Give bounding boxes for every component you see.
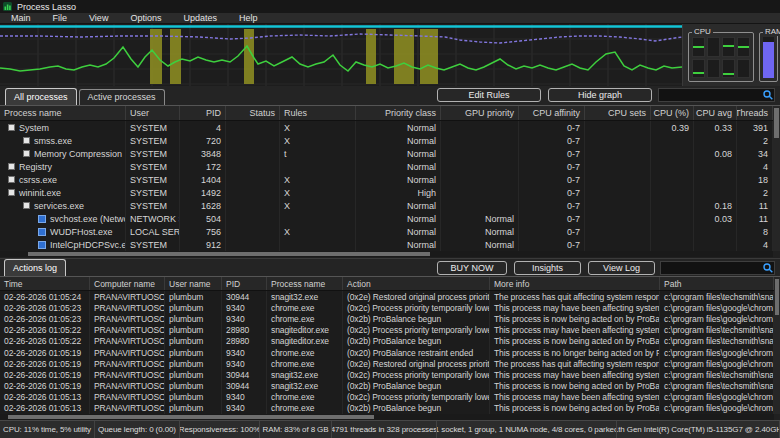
process-row[interactable]: Memory CompressionSYSTEM3848tNormal0-70.…: [0, 147, 773, 160]
log-cell-process: chrome.exe: [267, 392, 343, 403]
log-row[interactable]: 02-26-2026 01:05:22PRANAVIRTUOSOplumbum2…: [0, 336, 774, 347]
log-cell-pid: 9340: [222, 347, 267, 358]
tab-active-processes[interactable]: Active processes: [79, 89, 165, 105]
log-column-header-user[interactable]: User name: [165, 277, 222, 290]
log-column-header-time[interactable]: Time: [0, 277, 90, 290]
insights-button[interactable]: Insights: [514, 261, 581, 275]
log-cell-time: 02-26-2026 01:05:19: [0, 347, 90, 358]
column-header-avg[interactable]: CPU avg: [694, 106, 737, 120]
process-name: Registry: [19, 162, 52, 172]
process-row[interactable]: IntelCpHDCPSvc.exe [cpl...SYSTEM912Norma…: [0, 238, 773, 251]
process-row[interactable]: smss.exeSYSTEM720XNormal0-72: [0, 134, 773, 147]
log-row[interactable]: 02-26-2026 01:05:13PRANAVIRTUOSOplumbum9…: [0, 392, 774, 403]
log-vertical-scrollbar[interactable]: [774, 277, 780, 414]
log-row[interactable]: 02-26-2026 01:05:22PRANAVIRTUOSOplumbum2…: [0, 325, 774, 336]
column-header-gpu[interactable]: GPU priority: [441, 106, 519, 120]
log-cell-path: c:\program files\techsmith\snagi: [660, 325, 774, 336]
log-row[interactable]: 02-26-2026 01:05:19PRANAVIRTUOSOplumbum9…: [0, 358, 774, 369]
menu-item-main[interactable]: Main: [0, 13, 42, 23]
column-header-rules[interactable]: Rules: [280, 106, 356, 120]
checkbox-icon[interactable]: [8, 163, 15, 170]
cell-status: [226, 160, 280, 173]
process-horizontal-scrollbar[interactable]: [0, 251, 773, 257]
log-cell-action: (0x2b) ProBalance begun: [343, 381, 490, 392]
process-row[interactable]: services.exeSYSTEM1628XNormal0-70.1811: [0, 199, 773, 212]
column-header-priority[interactable]: Priority class: [356, 106, 441, 120]
checkbox-icon[interactable]: [23, 150, 30, 157]
column-header-cpu[interactable]: CPU (%): [651, 106, 694, 120]
checkbox-icon[interactable]: [23, 202, 30, 209]
log-row[interactable]: 02-26-2026 01:05:13PRANAVIRTUOSOplumbum9…: [0, 403, 774, 414]
process-row[interactable]: csrss.exeSYSTEM1404XNormal0-718: [0, 173, 773, 186]
menu-item-help[interactable]: Help: [228, 13, 269, 23]
column-header-user[interactable]: User: [126, 106, 180, 120]
cell-affinity: 0-7: [519, 121, 585, 134]
cell-threads: 8: [737, 225, 773, 238]
view-log-button[interactable]: View Log: [588, 261, 655, 275]
process-row[interactable]: WUDFHost.exeLOCAL SERV...756XNormalNorma…: [0, 225, 773, 238]
process-row[interactable]: wininit.exeSYSTEM1492XHigh0-72: [0, 186, 773, 199]
column-header-affinity[interactable]: CPU affinity: [519, 106, 585, 120]
log-column-header-action[interactable]: Action: [343, 277, 490, 290]
checkbox-icon[interactable]: [23, 137, 30, 144]
checkbox-icon[interactable]: [8, 176, 15, 183]
menu-item-options[interactable]: Options: [119, 13, 172, 23]
log-row[interactable]: 02-26-2026 01:05:23PRANAVIRTUOSOplumbum9…: [0, 313, 774, 324]
log-hscroll-thumb[interactable]: [8, 415, 374, 419]
log-column-header-pid[interactable]: PID: [222, 277, 267, 290]
log-vscroll-thumb[interactable]: [775, 279, 779, 315]
menu-item-updates[interactable]: Updates: [172, 13, 228, 23]
process-row[interactable]: svchost.exe (NetworkSer...NETWORK S...50…: [0, 212, 773, 225]
log-row[interactable]: 02-26-2026 01:05:19PRANAVIRTUOSOplumbum3…: [0, 369, 774, 380]
log-cell-user: plumbum: [165, 347, 222, 358]
process-vscroll-thumb[interactable]: [774, 108, 779, 138]
cell-rules: X: [280, 199, 356, 212]
app-icon[interactable]: [38, 228, 46, 236]
app-icon[interactable]: [38, 215, 46, 223]
tab-all-processes[interactable]: All processes: [5, 88, 77, 105]
log-row[interactable]: 02-26-2026 01:05:19PRANAVIRTUOSOplumbum3…: [0, 381, 774, 392]
log-column-header-process[interactable]: Process name: [267, 277, 343, 290]
search-icon[interactable]: [762, 262, 774, 274]
column-header-threads[interactable]: Threads: [737, 106, 773, 120]
cell-gpu: [441, 186, 519, 199]
log-search-input[interactable]: [661, 263, 762, 273]
buy-now-button[interactable]: BUY NOW: [437, 261, 507, 275]
log-column-header-info[interactable]: More info: [490, 277, 660, 290]
search-icon[interactable]: [762, 89, 774, 101]
checkbox-icon[interactable]: [8, 189, 15, 196]
tab-actions-log[interactable]: Actions log: [4, 259, 66, 276]
checkbox-icon[interactable]: [8, 124, 15, 131]
log-cell-pid: 30944: [222, 369, 267, 380]
cpu-core-cells: [692, 37, 750, 78]
log-cell-process: chrome.exe: [267, 347, 343, 358]
actions-tabs: Actions log: [4, 259, 66, 276]
process-vertical-scrollbar[interactable]: [773, 106, 780, 251]
process-row[interactable]: RegistrySYSTEM172Normal0-74: [0, 160, 773, 173]
cpu-core-cell: [707, 59, 720, 79]
cell-pid: 1492: [180, 186, 226, 199]
cell-affinity: 0-7: [519, 238, 585, 251]
app-icon[interactable]: [38, 241, 46, 249]
process-row[interactable]: SystemSYSTEM4XNormal0-70.390.33391: [0, 121, 773, 134]
menu-item-view[interactable]: View: [78, 13, 119, 23]
log-row[interactable]: 02-26-2026 01:05:23PRANAVIRTUOSOplumbum9…: [0, 302, 774, 313]
edit-rules-button[interactable]: Edit Rules: [437, 88, 541, 102]
cell-priority: Normal: [356, 173, 441, 186]
hide-graph-button[interactable]: Hide graph: [548, 88, 652, 102]
column-header-pid[interactable]: PID: [180, 106, 226, 120]
cell-sets: [585, 147, 651, 160]
process-search-input[interactable]: [659, 90, 762, 100]
column-header-sets[interactable]: CPU sets: [585, 106, 651, 120]
log-cell-user: plumbum: [165, 381, 222, 392]
log-row[interactable]: 02-26-2026 01:05:19PRANAVIRTUOSOplumbum9…: [0, 347, 774, 358]
cell-status: [226, 173, 280, 186]
process-hscroll-thumb[interactable]: [28, 252, 430, 256]
column-header-name[interactable]: Process name: [0, 106, 126, 120]
menu-item-file[interactable]: File: [42, 13, 79, 23]
log-column-header-computer[interactable]: Computer name: [90, 277, 165, 290]
log-row[interactable]: 02-26-2026 01:05:24PRANAVIRTUOSOplumbum3…: [0, 291, 774, 302]
log-column-header-path[interactable]: Path: [660, 277, 774, 290]
log-cell-process: chrome.exe: [267, 302, 343, 313]
column-header-status[interactable]: Status: [226, 106, 280, 120]
